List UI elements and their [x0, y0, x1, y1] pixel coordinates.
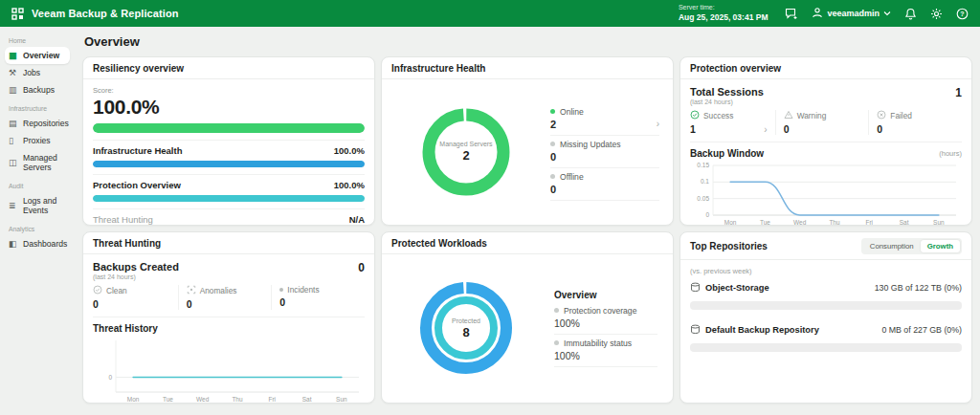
panel-protection-overview: Protection overview Total Sessions (last…: [679, 56, 972, 226]
repository-icon: [690, 321, 701, 339]
stat-value: 1: [690, 123, 696, 135]
help-icon[interactable]: ?: [956, 8, 969, 20]
sidebar-item-label: Jobs: [23, 68, 40, 77]
workloads-item-label: Protection coverage: [564, 306, 636, 316]
svg-text:0.1: 0.1: [701, 178, 709, 185]
stat-label: Success: [703, 111, 733, 120]
svg-text:Mon: Mon: [127, 396, 140, 403]
backup-window-title: Backup Window: [690, 148, 764, 159]
settings-gear-icon[interactable]: [930, 8, 943, 20]
repository-row-default-backup-repository[interactable]: Default Backup Repository 0 MB of 227 GB…: [690, 321, 962, 352]
total-sessions-sublabel: (last 24 hours): [690, 98, 764, 105]
resiliency-row-value: 100.0%: [334, 145, 365, 156]
managed-servers-icon: ◫: [9, 159, 18, 167]
failed-circle-icon: [877, 110, 886, 121]
stat-incidents[interactable]: Incidents 0: [271, 285, 365, 310]
server-time: Server time: Aug 25, 2025, 03:41 PM: [679, 4, 768, 22]
sidebar-item-managed-servers[interactable]: ◫ Managed Servers: [5, 149, 70, 176]
stat-label: Incidents: [287, 285, 319, 295]
workloads-item-label: Immutability status: [564, 339, 632, 348]
sidebar-item-overview[interactable]: ▦ Overview: [5, 47, 70, 64]
donut-legend: Online 2 › Missing Updates: [550, 103, 659, 201]
sidebar-item-proxies[interactable]: ▯ Proxies: [5, 132, 70, 149]
managed-servers-donut-chart: Managed Servers 2: [418, 104, 514, 200]
stat-value: 0: [279, 296, 285, 308]
repositories-subtitle: (vs. previous week): [690, 267, 962, 275]
sidebar: Home ▦ Overview ⚒ Jobs ▥ Backups Infrast…: [0, 27, 75, 415]
svg-text:0: 0: [705, 211, 709, 218]
repository-usage-bar: [690, 301, 962, 310]
top-bar: Veeam Backup & Replication Server time: …: [0, 0, 980, 27]
sidebar-item-dashboards[interactable]: ◧ Dashboards: [5, 235, 70, 252]
backups-icon: ▥: [9, 86, 18, 95]
stat-warning[interactable]: Warning 0: [775, 110, 869, 135]
sidebar-section-analytics: Analytics: [9, 226, 66, 232]
legend-item-missing-updates[interactable]: Missing Updates 0: [550, 136, 659, 168]
feedback-chat-icon[interactable]: [785, 8, 798, 20]
svg-text:Tue: Tue: [163, 396, 173, 403]
stat-label: Clean: [106, 286, 127, 295]
stat-value: 0: [784, 123, 790, 135]
logs-icon: ≣: [9, 202, 18, 210]
stat-failed[interactable]: Failed 0: [868, 110, 962, 135]
repositories-icon: ▤: [9, 120, 18, 128]
stat-label: Warning: [797, 111, 827, 120]
chevron-right-icon: ›: [764, 124, 767, 135]
legend-item-online[interactable]: Online 2 ›: [550, 103, 659, 136]
svg-text:Thu: Thu: [829, 219, 840, 226]
legend-label: Offline: [560, 172, 584, 182]
stat-anomalies[interactable]: Anomalies 0: [178, 285, 272, 310]
stat-label: Failed: [890, 111, 912, 120]
user-icon: [812, 7, 823, 20]
workloads-item-protection-coverage[interactable]: Protection coverage 100%: [554, 302, 657, 335]
backup-window-chart: 00.050.10.15MonTueWedThuFriSatSun: [690, 159, 962, 226]
notifications-bell-icon[interactable]: [904, 8, 917, 20]
svg-text:Sat: Sat: [302, 396, 312, 403]
svg-text:Thu: Thu: [232, 396, 243, 403]
backups-created-sublabel: (last 24 hours): [93, 273, 179, 280]
panel-threat-hunting: Threat Hunting Backups Created (last 24 …: [82, 231, 375, 404]
progress-bar: [93, 195, 365, 202]
sidebar-section-infrastructure: Infrastructure: [9, 105, 66, 112]
sidebar-item-repositories[interactable]: ▤ Repositories: [5, 115, 70, 132]
score-label: Score:: [93, 86, 365, 95]
sidebar-item-jobs[interactable]: ⚒ Jobs: [5, 64, 70, 81]
panel-title: Resiliency overview: [93, 63, 184, 74]
stat-clean[interactable]: Clean 0: [93, 285, 178, 310]
sidebar-item-label: Logs and Events: [23, 196, 66, 215]
app-logo-icon: [11, 8, 24, 20]
app-title: Veeam Backup & Replication: [32, 8, 179, 19]
proxies-icon: ▯: [9, 137, 18, 145]
success-check-icon: [690, 110, 700, 121]
sidebar-item-label: Dashboards: [23, 239, 67, 249]
resiliency-row-protection-overview[interactable]: Protection Overview 100.0%: [93, 174, 365, 208]
repository-icon: [690, 279, 701, 296]
user-menu[interactable]: veeamadmin: [812, 7, 891, 20]
legend-item-offline[interactable]: Offline 0: [550, 168, 659, 201]
workloads-item-immutability-status[interactable]: Immutability status 100%: [554, 335, 657, 367]
svg-text:?: ?: [960, 11, 964, 17]
repository-name: Object-Storage: [705, 283, 769, 293]
sidebar-item-backups[interactable]: ▥ Backups: [5, 81, 70, 98]
stat-value: 0: [187, 298, 192, 310]
legend-value: 2: [550, 119, 556, 130]
legend-label: Online: [560, 107, 584, 117]
resiliency-row-threat-hunting[interactable]: Threat Hunting N/A: [93, 208, 365, 226]
workloads-item-value: 100%: [554, 350, 657, 361]
repository-row-object-storage[interactable]: Object-Storage 130 GB of 122 TB (0%): [690, 279, 962, 310]
main-content: Overview Resiliency overview Score: 100.…: [75, 27, 980, 415]
jobs-icon: ⚒: [9, 69, 18, 77]
stat-success[interactable]: Success 1 ›: [690, 110, 775, 135]
chevron-down-icon: [883, 9, 891, 18]
panel-title: Infrastructure Health: [391, 63, 485, 74]
resiliency-row-label: Protection Overview: [93, 180, 181, 190]
sidebar-item-label: Managed Servers: [23, 153, 66, 172]
tab-growth[interactable]: Growth: [921, 240, 960, 252]
sidebar-item-logs-and-events[interactable]: ≣ Logs and Events: [5, 192, 70, 219]
progress-bar: [93, 161, 365, 167]
panel-infrastructure-health: Infrastructure Health Managed Servers 2: [381, 56, 674, 226]
offline-dot-icon: [550, 174, 555, 179]
resiliency-row-infrastructure-health[interactable]: Infrastructure Health 100.0%: [93, 140, 365, 174]
tab-consumption[interactable]: Consumption: [863, 240, 921, 252]
missing-updates-dot-icon: [550, 142, 555, 146]
